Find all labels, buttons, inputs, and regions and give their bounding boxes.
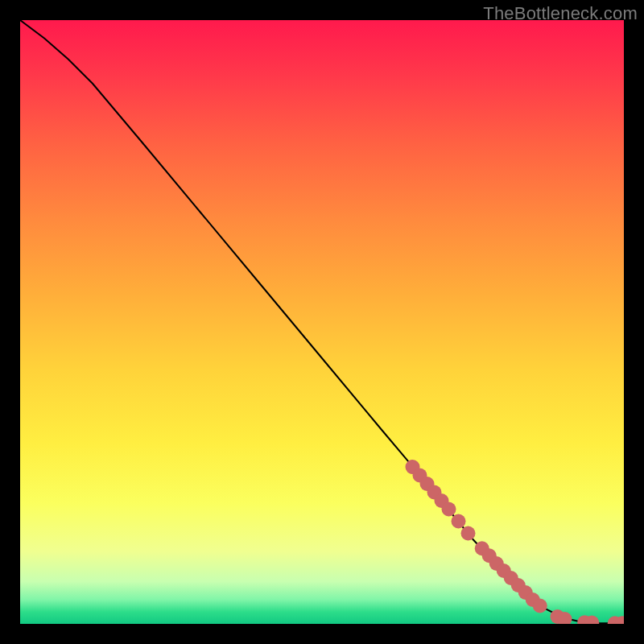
plot-area bbox=[20, 20, 624, 624]
data-marker bbox=[461, 526, 476, 541]
chart-svg bbox=[20, 20, 624, 624]
curve-layer bbox=[20, 20, 624, 623]
marker-layer bbox=[406, 460, 625, 624]
outer-frame: TheBottleneck.com bbox=[0, 0, 644, 644]
data-marker bbox=[533, 599, 547, 613]
main-curve bbox=[20, 20, 624, 623]
data-marker bbox=[442, 502, 456, 517]
watermark-text: TheBottleneck.com bbox=[483, 3, 638, 24]
data-marker bbox=[452, 514, 466, 529]
